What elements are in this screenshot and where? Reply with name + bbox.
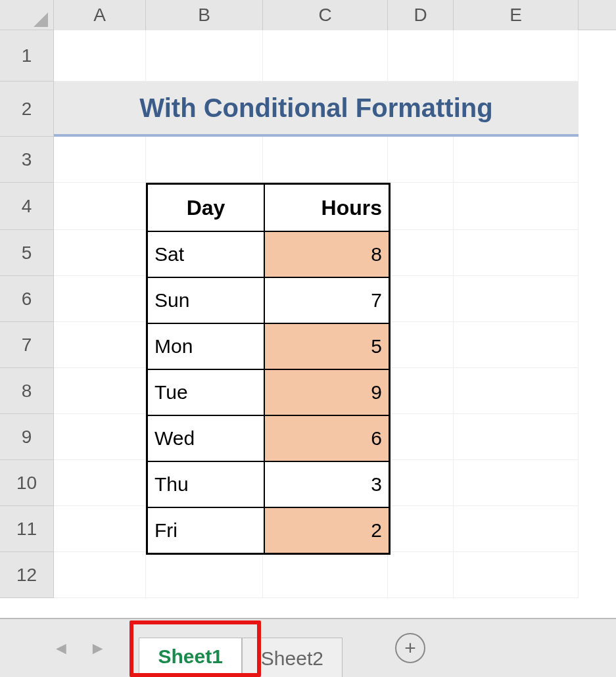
column-header-d[interactable]: D <box>388 0 454 30</box>
cell-hours[interactable]: 2 <box>264 507 389 553</box>
table-header-day[interactable]: Day <box>147 184 264 231</box>
cell-a1[interactable] <box>54 30 146 81</box>
cell-hours[interactable]: 3 <box>264 461 389 507</box>
table-row: Sat 8 <box>147 231 389 277</box>
table-header-hours[interactable]: Hours <box>264 184 389 231</box>
row-header-2[interactable]: 2 <box>0 82 54 137</box>
cell-a5[interactable] <box>54 230 146 275</box>
table-row: Sun 7 <box>147 277 389 323</box>
cell-c12[interactable] <box>263 552 388 597</box>
row-header-4[interactable]: 4 <box>0 183 54 230</box>
table-row: Thu 3 <box>147 461 389 507</box>
select-all-icon <box>34 12 48 27</box>
row-header-11[interactable]: 11 <box>0 506 54 552</box>
cell-c1[interactable] <box>263 30 388 81</box>
cell-a8[interactable] <box>54 368 146 413</box>
cell-a6[interactable] <box>54 276 146 321</box>
cell-hours[interactable]: 7 <box>264 277 389 323</box>
cell-a10[interactable] <box>54 460 146 505</box>
column-headers: A B C D E <box>0 0 616 30</box>
sheet-nav-arrows: ◄ ► <box>0 638 139 659</box>
cell-e5[interactable] <box>454 230 579 275</box>
cell-hours[interactable]: 5 <box>264 323 389 369</box>
table-row: Mon 5 <box>147 323 389 369</box>
cell-e1[interactable] <box>454 30 579 81</box>
cell-d4[interactable] <box>388 183 454 229</box>
column-header-b[interactable]: B <box>146 0 263 30</box>
cell-d11[interactable] <box>388 506 454 551</box>
cell-a12[interactable] <box>54 552 146 597</box>
row-header-1[interactable]: 1 <box>0 30 54 82</box>
cell-d10[interactable] <box>388 460 454 505</box>
title-banner[interactable]: With Conditional Formatting <box>54 82 579 137</box>
table-row: Fri 2 <box>147 507 389 553</box>
cell-e11[interactable] <box>454 506 579 551</box>
cell-e6[interactable] <box>454 276 579 321</box>
cell-a9[interactable] <box>54 414 146 459</box>
cell-e9[interactable] <box>454 414 579 459</box>
sheet-nav-prev-icon[interactable]: ◄ <box>53 638 70 659</box>
table-row: Wed 6 <box>147 415 389 461</box>
column-header-a[interactable]: A <box>54 0 146 30</box>
cell-day[interactable]: Tue <box>147 369 264 415</box>
row-headers: 1 2 3 4 5 6 7 8 9 10 11 12 <box>0 30 54 598</box>
spreadsheet-grid: A B C D E 1 2 3 4 5 6 7 8 9 10 11 12 Wit… <box>0 0 616 618</box>
column-header-c[interactable]: C <box>263 0 388 30</box>
cell-b12[interactable] <box>146 552 263 597</box>
select-all-corner[interactable] <box>0 0 54 30</box>
row-header-10[interactable]: 10 <box>0 460 54 506</box>
cell-hours[interactable]: 8 <box>264 231 389 277</box>
data-table: Day Hours Sat 8 Sun 7 Mon 5 Tue 9 Wed 6 … <box>146 183 391 555</box>
sheet-tab-sheet1[interactable]: Sheet1 <box>139 638 241 677</box>
cell-day[interactable]: Sun <box>147 277 264 323</box>
cell-d6[interactable] <box>388 276 454 321</box>
cell-day[interactable]: Mon <box>147 323 264 369</box>
row-header-6[interactable]: 6 <box>0 276 54 322</box>
cell-a3[interactable] <box>54 137 146 182</box>
cell-e8[interactable] <box>454 368 579 413</box>
add-sheet-button[interactable]: + <box>395 633 425 663</box>
row-header-12[interactable]: 12 <box>0 552 54 598</box>
cell-e7[interactable] <box>454 322 579 367</box>
sheet-tab-strip: ◄ ► Sheet1 Sheet2 + <box>0 618 616 677</box>
cell-e3[interactable] <box>454 137 579 182</box>
cell-hours[interactable]: 6 <box>264 415 389 461</box>
cell-d9[interactable] <box>388 414 454 459</box>
cell-d7[interactable] <box>388 322 454 367</box>
sheet-tabs: Sheet1 Sheet2 <box>139 619 342 677</box>
cell-b1[interactable] <box>146 30 263 81</box>
cell-b3[interactable] <box>146 137 263 182</box>
column-header-e[interactable]: E <box>454 0 579 30</box>
cell-day[interactable]: Sat <box>147 231 264 277</box>
cell-d5[interactable] <box>388 230 454 275</box>
sheet-nav-next-icon[interactable]: ► <box>89 638 107 659</box>
table-row: Tue 9 <box>147 369 389 415</box>
row-header-3[interactable]: 3 <box>0 137 54 183</box>
row-header-8[interactable]: 8 <box>0 368 54 414</box>
cell-a11[interactable] <box>54 506 146 551</box>
plus-icon: + <box>404 637 416 659</box>
svg-marker-0 <box>34 12 48 27</box>
cell-day[interactable]: Thu <box>147 461 264 507</box>
sheet-tab-sheet2[interactable]: Sheet2 <box>242 638 343 677</box>
cell-d1[interactable] <box>388 30 454 81</box>
cell-day[interactable]: Fri <box>147 507 264 553</box>
cell-day[interactable]: Wed <box>147 415 264 461</box>
cell-d12[interactable] <box>388 552 454 597</box>
cell-a4[interactable] <box>54 183 146 229</box>
cell-e12[interactable] <box>454 552 579 597</box>
cell-e4[interactable] <box>454 183 579 229</box>
cell-d3[interactable] <box>388 137 454 182</box>
row-header-9[interactable]: 9 <box>0 414 54 460</box>
cell-e10[interactable] <box>454 460 579 505</box>
cell-c3[interactable] <box>263 137 388 182</box>
cell-a7[interactable] <box>54 322 146 367</box>
cell-d8[interactable] <box>388 368 454 413</box>
row-header-7[interactable]: 7 <box>0 322 54 368</box>
cell-hours[interactable]: 9 <box>264 369 389 415</box>
row-header-5[interactable]: 5 <box>0 230 54 276</box>
